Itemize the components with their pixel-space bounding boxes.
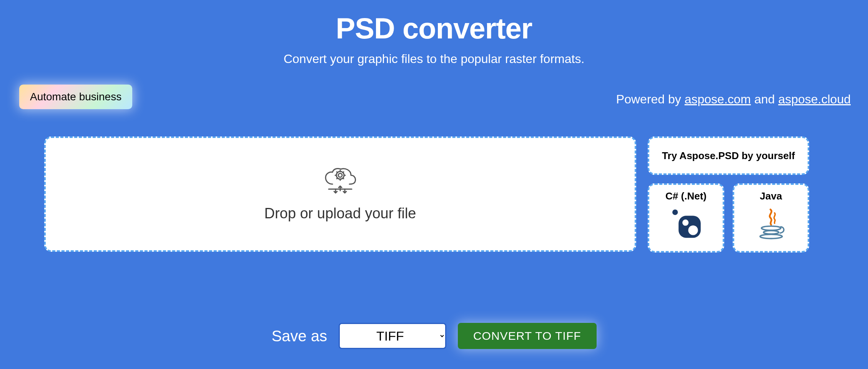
java-icon — [754, 206, 788, 241]
powered-prefix: Powered by — [616, 92, 685, 106]
powered-and: and — [751, 92, 778, 106]
svg-line-8 — [337, 178, 338, 179]
page-subtitle: Convert your graphic files to the popula… — [0, 52, 868, 66]
svg-line-9 — [343, 178, 344, 179]
saveas-label: Save as — [271, 327, 327, 345]
svg-point-1 — [338, 173, 342, 177]
format-select[interactable]: TIFF — [339, 323, 446, 349]
try-aspose-label: Try Aspose.PSD by yourself — [662, 150, 795, 162]
page-title: PSD converter — [0, 12, 868, 45]
svg-point-14 — [688, 225, 698, 235]
nuget-icon — [669, 206, 703, 241]
file-dropzone[interactable]: Drop or upload your file — [44, 136, 636, 252]
dropzone-text: Drop or upload your file — [264, 205, 416, 222]
upload-cloud-icon — [321, 167, 359, 198]
csharp-card[interactable]: C# (.Net) — [648, 183, 724, 253]
aspose-com-link[interactable]: aspose.com — [685, 92, 751, 106]
powered-by-text: Powered by aspose.com and aspose.cloud — [616, 92, 851, 106]
svg-line-7 — [343, 172, 344, 173]
svg-point-13 — [682, 219, 688, 226]
try-aspose-panel: Try Aspose.PSD by yourself — [648, 136, 809, 175]
svg-point-16 — [763, 231, 779, 234]
svg-point-17 — [760, 234, 782, 239]
svg-point-11 — [672, 209, 678, 215]
java-card[interactable]: Java — [733, 183, 809, 253]
svg-point-15 — [761, 226, 780, 230]
csharp-label: C# (.Net) — [665, 190, 707, 202]
convert-button[interactable]: CONVERT TO TIFF — [458, 323, 597, 349]
aspose-cloud-link[interactable]: aspose.cloud — [778, 92, 851, 106]
svg-line-6 — [337, 172, 338, 173]
java-label: Java — [760, 190, 782, 202]
automate-business-button[interactable]: Automate business — [19, 85, 132, 109]
svg-rect-12 — [678, 216, 701, 238]
